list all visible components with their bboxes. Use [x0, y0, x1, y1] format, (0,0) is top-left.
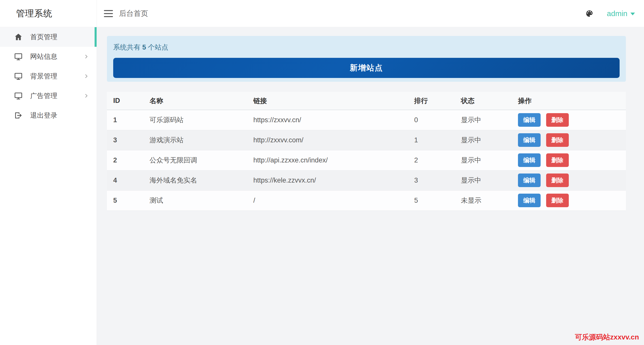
cell-name: 公众号无限回调	[143, 150, 247, 170]
main-content: 系统共有 5 个站点 新增站点 ID 名称 链接 排行 状态 操作 1 可乐源码…	[97, 27, 644, 345]
user-dropdown[interactable]: admin	[607, 9, 635, 18]
site-count-text: 系统共有 5 个站点	[113, 43, 620, 52]
col-header-id: ID	[107, 92, 143, 110]
col-header-link: 链接	[247, 92, 408, 110]
sidebar-item-website-info[interactable]: 网站信息	[0, 47, 97, 66]
caret-down-icon	[630, 13, 635, 15]
delete-button[interactable]: 删除	[546, 174, 569, 187]
table-row: 4 海外域名免实名 https://kele.zzvvx.cn/ 3 显示中 编…	[107, 170, 626, 190]
sidebar-item-label: 退出登录	[30, 111, 57, 120]
col-header-status: 状态	[455, 92, 512, 110]
site-count-prefix: 系统共有	[113, 44, 140, 51]
cell-rank: 5	[408, 190, 455, 210]
cell-id: 4	[107, 170, 143, 190]
edit-button[interactable]: 编辑	[518, 174, 541, 187]
cell-link: http://api.zzxxe.cn/index/	[247, 150, 408, 170]
sidebar-item-label: 网站信息	[30, 52, 57, 61]
site-count-alert: 系统共有 5 个站点 新增站点	[107, 36, 626, 82]
cell-actions: 编辑 删除	[512, 190, 626, 210]
monitor-icon	[14, 52, 23, 61]
cell-status: 显示中	[455, 150, 512, 170]
cell-status: 显示中	[455, 110, 512, 130]
breadcrumb: 后台首页	[119, 9, 148, 19]
edit-button[interactable]: 编辑	[518, 133, 541, 147]
sidebar-item-label: 背景管理	[30, 72, 57, 81]
cell-name: 游戏演示站	[143, 130, 247, 150]
delete-button[interactable]: 删除	[546, 153, 569, 167]
cell-name: 测试	[143, 190, 247, 210]
cell-name: 海外域名免实名	[143, 170, 247, 190]
cell-rank: 1	[408, 130, 455, 150]
cell-link: http://zxxvv.com/	[247, 130, 408, 150]
chevron-right-icon	[84, 54, 89, 59]
table-row: 1 可乐源码站 https://zxxvv.cn/ 0 显示中 编辑 删除	[107, 110, 626, 130]
chevron-right-icon	[84, 73, 89, 79]
app-title: 管理系统	[0, 0, 97, 27]
topbar: 后台首页 admin	[97, 0, 644, 27]
cell-id: 3	[107, 130, 143, 150]
chevron-right-icon	[84, 93, 89, 99]
col-header-actions: 操作	[512, 92, 626, 110]
cell-actions: 编辑 删除	[512, 130, 626, 150]
cell-actions: 编辑 删除	[512, 110, 626, 130]
cell-actions: 编辑 删除	[512, 150, 626, 170]
cell-name: 可乐源码站	[143, 110, 247, 130]
menu-toggle-icon[interactable]	[104, 10, 113, 17]
table-row: 2 公众号无限回调 http://api.zzxxe.cn/index/ 2 显…	[107, 150, 626, 170]
sidebar: 管理系统 首页管理 网站信息 背景管理	[0, 0, 97, 345]
edit-button[interactable]: 编辑	[518, 153, 541, 167]
cell-rank: 3	[408, 170, 455, 190]
cell-rank: 0	[408, 110, 455, 130]
sidebar-item-home[interactable]: 首页管理	[0, 27, 97, 47]
username: admin	[607, 9, 627, 18]
cell-id: 1	[107, 110, 143, 130]
cell-actions: 编辑 删除	[512, 170, 626, 190]
table-row: 3 游戏演示站 http://zxxvv.com/ 1 显示中 编辑 删除	[107, 130, 626, 150]
delete-button[interactable]: 删除	[546, 133, 569, 147]
cell-link: https://kele.zzvvx.cn/	[247, 170, 408, 190]
cell-link: https://zxxvv.cn/	[247, 110, 408, 130]
add-site-button[interactable]: 新增站点	[113, 58, 620, 78]
palette-icon[interactable]	[585, 9, 594, 18]
sites-table: ID 名称 链接 排行 状态 操作 1 可乐源码站 https://zxxvv.…	[107, 92, 626, 211]
sidebar-item-logout[interactable]: 退出登录	[0, 106, 97, 125]
cell-status: 未显示	[455, 190, 512, 210]
delete-button[interactable]: 删除	[546, 194, 569, 207]
cell-rank: 2	[408, 150, 455, 170]
sidebar-item-ads[interactable]: 广告管理	[0, 86, 97, 106]
col-header-rank: 排行	[408, 92, 455, 110]
cell-id: 5	[107, 190, 143, 210]
delete-button[interactable]: 删除	[546, 113, 569, 127]
cell-id: 2	[107, 150, 143, 170]
sidebar-item-background[interactable]: 背景管理	[0, 66, 97, 86]
home-icon	[14, 33, 23, 41]
cell-link: /	[247, 190, 408, 210]
site-count-value: 5	[142, 44, 146, 51]
monitor-icon	[14, 72, 23, 80]
sidebar-item-label: 广告管理	[30, 91, 57, 100]
edit-button[interactable]: 编辑	[518, 113, 541, 127]
cell-status: 显示中	[455, 130, 512, 150]
table-row: 5 测试 / 5 未显示 编辑 删除	[107, 190, 626, 210]
logout-icon	[14, 111, 23, 120]
monitor-icon	[14, 92, 23, 100]
watermark: 可乐源码站zxxvv.cn	[575, 332, 639, 342]
site-count-suffix: 个站点	[148, 44, 168, 51]
edit-button[interactable]: 编辑	[518, 194, 541, 207]
col-header-name: 名称	[143, 92, 247, 110]
sidebar-item-label: 首页管理	[30, 32, 57, 41]
cell-status: 显示中	[455, 170, 512, 190]
table-header-row: ID 名称 链接 排行 状态 操作	[107, 92, 626, 110]
sidebar-menu: 首页管理 网站信息 背景管理 广告管理	[0, 27, 97, 125]
